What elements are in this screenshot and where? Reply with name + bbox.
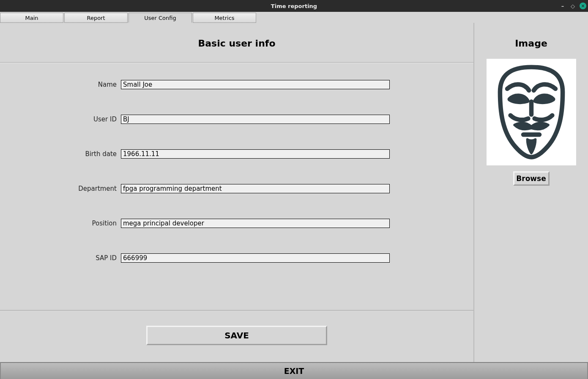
tab-user-config[interactable]: User Config xyxy=(129,13,192,23)
tab-report[interactable]: Report xyxy=(64,13,128,23)
field-label: Name xyxy=(0,81,121,88)
birthdate-input[interactable] xyxy=(121,149,390,159)
form-panel-title: Basic user info xyxy=(0,23,473,62)
save-button[interactable]: SAVE xyxy=(146,326,327,345)
field-row-sapid: SAP ID xyxy=(0,253,397,263)
field-row-department: Department xyxy=(0,184,397,193)
field-label: Department xyxy=(0,185,121,192)
maximize-icon[interactable]: ◇ xyxy=(569,3,576,9)
field-row-birthdate: Birth date xyxy=(0,149,397,159)
form-body: Name User ID Birth date Department Posit… xyxy=(0,63,473,310)
window-titlebar: Time reporting – ◇ ✕ xyxy=(0,0,588,12)
tab-bar: Main Report User Config Metrics xyxy=(0,13,588,23)
name-input[interactable] xyxy=(121,80,390,89)
field-row-name: Name xyxy=(0,80,397,89)
field-label: User ID xyxy=(0,115,121,123)
browse-button[interactable]: Browse xyxy=(513,171,550,186)
field-row-position: Position xyxy=(0,219,397,228)
department-input[interactable] xyxy=(121,184,390,193)
avatar-image xyxy=(487,59,576,165)
save-row: SAVE xyxy=(0,310,473,362)
sapid-input[interactable] xyxy=(121,253,390,263)
anonymous-mask-icon xyxy=(491,62,572,162)
image-panel-title: Image xyxy=(515,23,547,59)
field-row-userid: User ID xyxy=(0,115,397,124)
field-label: Position xyxy=(0,220,121,227)
field-label: SAP ID xyxy=(0,254,121,262)
tab-metrics[interactable]: Metrics xyxy=(193,13,256,23)
field-label: Birth date xyxy=(0,150,121,158)
window-title: Time reporting xyxy=(271,3,317,9)
image-panel: Image xyxy=(474,23,588,362)
minimize-icon[interactable]: – xyxy=(559,3,566,9)
exit-button[interactable]: EXIT xyxy=(0,362,588,379)
tab-main[interactable]: Main xyxy=(0,13,63,23)
window-controls: – ◇ ✕ xyxy=(559,0,586,12)
form-panel: Basic user info Name User ID Birth date … xyxy=(0,23,474,362)
content-area: Basic user info Name User ID Birth date … xyxy=(0,23,588,362)
position-input[interactable] xyxy=(121,219,390,228)
close-icon[interactable]: ✕ xyxy=(580,3,586,9)
userid-input[interactable] xyxy=(121,115,390,124)
